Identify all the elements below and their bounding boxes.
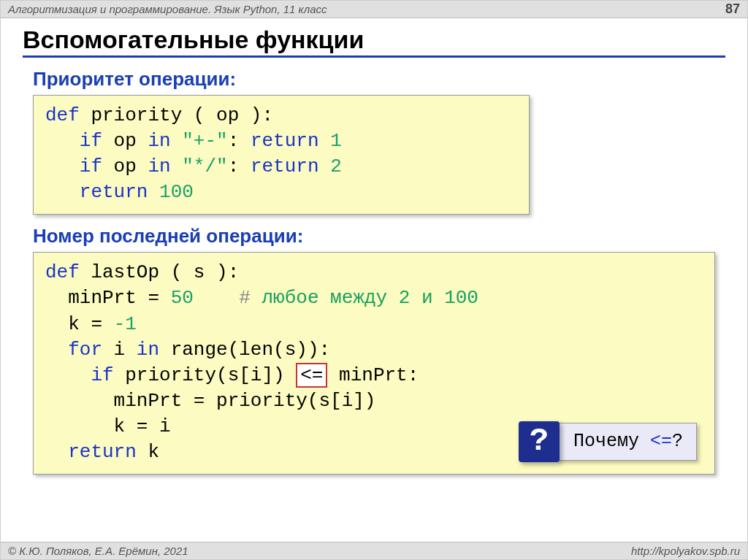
page-number: 87 (725, 1, 740, 17)
slide-title: Вспомогательные функции (23, 26, 725, 58)
header-bar: Алгоритмизация и программирование. Язык … (1, 1, 747, 18)
code-line: k = -1 (45, 312, 703, 337)
highlighted-operator: <= (296, 363, 327, 388)
code-line: for i in range(len(s)): (45, 337, 703, 363)
code-line: return 100 (45, 180, 517, 205)
section2-heading: Номер последней операции: (33, 225, 725, 248)
code-line: def priority ( op ): (45, 103, 517, 129)
code-block-lastop: def lastOp ( s ): minPrt = 50 # любое ме… (33, 252, 715, 475)
question-callout: ? Почему <=? (519, 421, 697, 462)
code-line: def lastOp ( s ): (45, 260, 703, 285)
question-text: Почему <=? (557, 423, 697, 461)
code-line: minPrt = priority(s[i]) (45, 388, 703, 414)
code-line: if priority(s[i]) <= minPrt: (45, 363, 703, 388)
section1-heading: Приоритет операции: (33, 68, 725, 91)
course-title: Алгоритмизация и программирование. Язык … (8, 3, 327, 15)
code-line: if op in "*/": return 2 (45, 154, 517, 180)
code-line: if op in "+-": return 1 (45, 129, 517, 154)
footer-bar: © К.Ю. Поляков, Е.А. Ерёмин, 2021 http:/… (1, 542, 747, 559)
slide-content: Вспомогательные функции Приоритет операц… (1, 18, 747, 475)
copyright: © К.Ю. Поляков, Е.А. Ерёмин, 2021 (8, 545, 188, 557)
footer-url: http://kpolyakov.spb.ru (631, 545, 740, 557)
code-block-priority: def priority ( op ): if op in "+-": retu… (33, 95, 530, 215)
code-line: minPrt = 50 # любое между 2 и 100 (45, 285, 703, 311)
question-mark-icon: ? (519, 421, 560, 462)
